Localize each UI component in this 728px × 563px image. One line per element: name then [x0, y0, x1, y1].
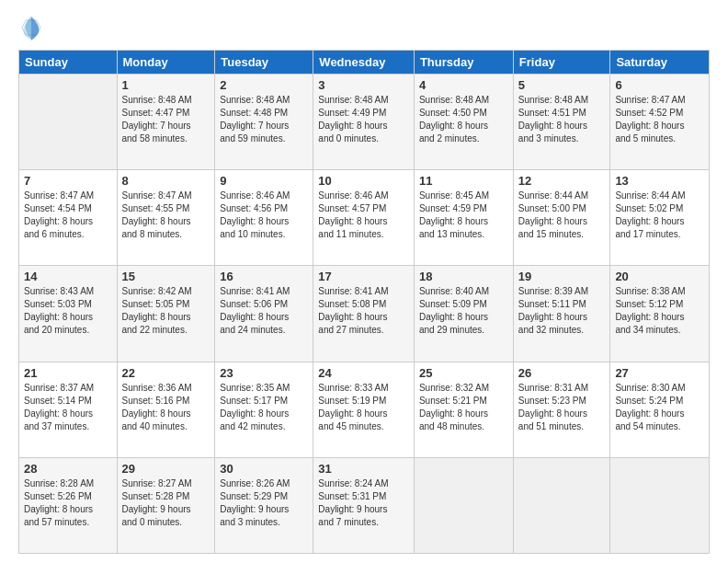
- day-info: Sunrise: 8:37 AM Sunset: 5:14 PM Dayligh…: [24, 382, 112, 433]
- day-info: Sunrise: 8:41 AM Sunset: 5:08 PM Dayligh…: [318, 285, 409, 337]
- day-info: Sunrise: 8:48 AM Sunset: 4:51 PM Dayligh…: [518, 94, 606, 145]
- calendar: SundayMondayTuesdayWednesdayThursdayFrid…: [18, 50, 710, 554]
- day-info: Sunrise: 8:32 AM Sunset: 5:21 PM Dayligh…: [419, 382, 508, 433]
- calendar-cell: 12Sunrise: 8:44 AM Sunset: 5:00 PM Dayli…: [513, 170, 610, 266]
- calendar-cell: 6Sunrise: 8:47 AM Sunset: 4:52 PM Daylig…: [610, 75, 710, 170]
- day-number: 30: [220, 462, 308, 476]
- day-info: Sunrise: 8:28 AM Sunset: 5:26 PM Dayligh…: [24, 477, 112, 529]
- calendar-cell: 20Sunrise: 8:38 AM Sunset: 5:12 PM Dayli…: [610, 266, 710, 362]
- day-number: 31: [318, 462, 409, 476]
- calendar-cell: 25Sunrise: 8:32 AM Sunset: 5:21 PM Dayli…: [414, 362, 513, 457]
- day-number: 25: [419, 366, 508, 380]
- day-info: Sunrise: 8:30 AM Sunset: 5:24 PM Dayligh…: [615, 382, 704, 433]
- day-number: 23: [220, 366, 308, 380]
- calendar-cell: 18Sunrise: 8:40 AM Sunset: 5:09 PM Dayli…: [414, 266, 513, 362]
- calendar-cell: 14Sunrise: 8:43 AM Sunset: 5:03 PM Dayli…: [19, 266, 118, 362]
- day-number: 27: [615, 366, 704, 380]
- calendar-cell: 13Sunrise: 8:44 AM Sunset: 5:02 PM Dayli…: [610, 170, 710, 266]
- calendar-header-row: SundayMondayTuesdayWednesdayThursdayFrid…: [19, 51, 710, 75]
- weekday-header-friday: Friday: [513, 51, 610, 75]
- day-info: Sunrise: 8:48 AM Sunset: 4:50 PM Dayligh…: [419, 94, 508, 145]
- day-number: 10: [318, 174, 409, 188]
- day-number: 15: [122, 270, 210, 283]
- calendar-cell: 23Sunrise: 8:35 AM Sunset: 5:17 PM Dayli…: [215, 362, 313, 457]
- day-number: 18: [419, 270, 508, 283]
- day-info: Sunrise: 8:42 AM Sunset: 5:05 PM Dayligh…: [122, 285, 210, 337]
- calendar-cell: 19Sunrise: 8:39 AM Sunset: 5:11 PM Dayli…: [513, 266, 610, 362]
- calendar-week-5: 28Sunrise: 8:28 AM Sunset: 5:26 PM Dayli…: [19, 457, 710, 553]
- day-number: 9: [220, 174, 308, 188]
- day-info: Sunrise: 8:48 AM Sunset: 4:49 PM Dayligh…: [318, 94, 409, 145]
- calendar-cell: 7Sunrise: 8:47 AM Sunset: 4:54 PM Daylig…: [19, 170, 118, 266]
- day-info: Sunrise: 8:36 AM Sunset: 5:16 PM Dayligh…: [122, 382, 210, 433]
- calendar-cell: 1Sunrise: 8:48 AM Sunset: 4:47 PM Daylig…: [117, 75, 215, 170]
- day-info: Sunrise: 8:40 AM Sunset: 5:09 PM Dayligh…: [419, 285, 508, 337]
- day-number: 12: [518, 174, 606, 188]
- calendar-cell: 21Sunrise: 8:37 AM Sunset: 5:14 PM Dayli…: [19, 362, 118, 457]
- calendar-cell: 8Sunrise: 8:47 AM Sunset: 4:55 PM Daylig…: [117, 170, 215, 266]
- calendar-cell: 22Sunrise: 8:36 AM Sunset: 5:16 PM Dayli…: [117, 362, 215, 457]
- calendar-cell: 3Sunrise: 8:48 AM Sunset: 4:49 PM Daylig…: [313, 75, 415, 170]
- day-number: 8: [122, 174, 210, 188]
- day-number: 14: [24, 270, 112, 283]
- day-number: 4: [419, 78, 508, 92]
- day-number: 1: [122, 78, 210, 92]
- day-info: Sunrise: 8:47 AM Sunset: 4:52 PM Dayligh…: [615, 94, 704, 145]
- day-number: 13: [615, 174, 704, 188]
- weekday-header-saturday: Saturday: [610, 51, 710, 75]
- calendar-cell: 9Sunrise: 8:46 AM Sunset: 4:56 PM Daylig…: [215, 170, 313, 266]
- calendar-cell: 24Sunrise: 8:33 AM Sunset: 5:19 PM Dayli…: [313, 362, 415, 457]
- day-info: Sunrise: 8:39 AM Sunset: 5:11 PM Dayligh…: [518, 285, 606, 337]
- weekday-header-thursday: Thursday: [414, 51, 513, 75]
- calendar-cell: 17Sunrise: 8:41 AM Sunset: 5:08 PM Dayli…: [313, 266, 415, 362]
- day-number: 21: [24, 366, 112, 380]
- calendar-cell: 16Sunrise: 8:41 AM Sunset: 5:06 PM Dayli…: [215, 266, 313, 362]
- day-info: Sunrise: 8:24 AM Sunset: 5:31 PM Dayligh…: [318, 477, 409, 529]
- day-info: Sunrise: 8:33 AM Sunset: 5:19 PM Dayligh…: [318, 382, 409, 433]
- logo-icon: [18, 15, 44, 40]
- day-number: 22: [122, 366, 210, 380]
- day-number: 29: [122, 462, 210, 476]
- calendar-cell: 27Sunrise: 8:30 AM Sunset: 5:24 PM Dayli…: [610, 362, 710, 457]
- day-number: 28: [24, 462, 112, 476]
- day-number: 5: [518, 78, 606, 92]
- day-info: Sunrise: 8:48 AM Sunset: 4:48 PM Dayligh…: [220, 94, 308, 145]
- weekday-header-wednesday: Wednesday: [313, 51, 415, 75]
- calendar-week-2: 7Sunrise: 8:47 AM Sunset: 4:54 PM Daylig…: [19, 170, 710, 266]
- day-info: Sunrise: 8:46 AM Sunset: 4:57 PM Dayligh…: [318, 190, 409, 241]
- calendar-cell: [513, 457, 610, 553]
- day-info: Sunrise: 8:43 AM Sunset: 5:03 PM Dayligh…: [24, 285, 112, 337]
- weekday-header-tuesday: Tuesday: [215, 51, 313, 75]
- calendar-cell: [414, 457, 513, 553]
- day-number: 24: [318, 366, 409, 380]
- weekday-header-monday: Monday: [117, 51, 215, 75]
- day-info: Sunrise: 8:48 AM Sunset: 4:47 PM Dayligh…: [122, 94, 210, 145]
- day-number: 11: [419, 174, 508, 188]
- calendar-cell: 4Sunrise: 8:48 AM Sunset: 4:50 PM Daylig…: [414, 75, 513, 170]
- day-number: 20: [615, 270, 704, 283]
- day-number: 26: [518, 366, 606, 380]
- calendar-cell: [610, 457, 710, 553]
- day-info: Sunrise: 8:31 AM Sunset: 5:23 PM Dayligh…: [518, 382, 606, 433]
- calendar-cell: 11Sunrise: 8:45 AM Sunset: 4:59 PM Dayli…: [414, 170, 513, 266]
- day-number: 19: [518, 270, 606, 283]
- day-number: 2: [220, 78, 308, 92]
- page: SundayMondayTuesdayWednesdayThursdayFrid…: [0, 0, 728, 563]
- day-number: 3: [318, 78, 409, 92]
- day-number: 16: [220, 270, 308, 283]
- day-info: Sunrise: 8:44 AM Sunset: 5:02 PM Dayligh…: [615, 190, 704, 241]
- calendar-cell: 5Sunrise: 8:48 AM Sunset: 4:51 PM Daylig…: [513, 75, 610, 170]
- calendar-week-3: 14Sunrise: 8:43 AM Sunset: 5:03 PM Dayli…: [19, 266, 710, 362]
- calendar-week-4: 21Sunrise: 8:37 AM Sunset: 5:14 PM Dayli…: [19, 362, 710, 457]
- calendar-week-1: 1Sunrise: 8:48 AM Sunset: 4:47 PM Daylig…: [19, 75, 710, 170]
- day-info: Sunrise: 8:26 AM Sunset: 5:29 PM Dayligh…: [220, 477, 308, 529]
- day-info: Sunrise: 8:44 AM Sunset: 5:00 PM Dayligh…: [518, 190, 606, 241]
- calendar-cell: 28Sunrise: 8:28 AM Sunset: 5:26 PM Dayli…: [19, 457, 118, 553]
- calendar-cell: 2Sunrise: 8:48 AM Sunset: 4:48 PM Daylig…: [215, 75, 313, 170]
- day-info: Sunrise: 8:47 AM Sunset: 4:54 PM Dayligh…: [24, 190, 112, 241]
- weekday-header-sunday: Sunday: [19, 51, 118, 75]
- day-info: Sunrise: 8:45 AM Sunset: 4:59 PM Dayligh…: [419, 190, 508, 241]
- day-number: 7: [24, 174, 112, 188]
- day-number: 6: [615, 78, 704, 92]
- day-number: 17: [318, 270, 409, 283]
